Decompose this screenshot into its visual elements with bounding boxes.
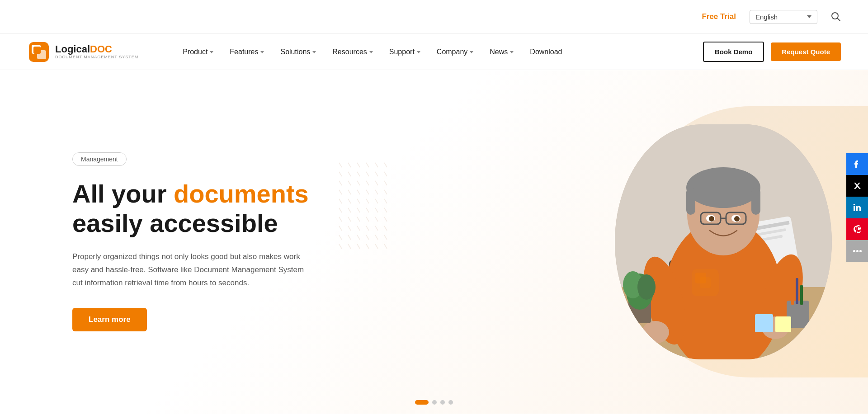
facebook-share-button[interactable] [846,153,868,175]
hero-headline-part1: All your [72,179,174,208]
svg-line-47 [384,217,387,222]
hero-section: // Will be inline SVG content [0,70,868,414]
svg-line-51 [366,226,369,231]
svg-rect-99 [796,278,798,304]
nav-solutions[interactable]: Solutions [272,34,324,70]
svg-line-45 [366,217,369,222]
logo-subtitle: DOCUMENT MANAGEMENT SYSTEM [55,55,138,59]
logo-doc: DOC [90,44,112,54]
twitter-share-button[interactable] [846,175,868,197]
svg-line-46 [375,217,378,222]
chevron-down-icon [807,15,811,18]
support-chevron-icon [417,51,420,53]
pinterest-share-button[interactable] [846,218,868,240]
logo-icon [27,40,51,64]
svg-point-88 [734,216,740,222]
slider-indicators [415,400,453,405]
svg-line-23 [384,181,387,185]
social-sidebar [846,153,868,262]
logo[interactable]: LogicalDOC DOCUMENT MANAGEMENT SYSTEM [27,40,138,64]
svg-rect-101 [755,314,773,332]
svg-point-91 [642,321,669,344]
top-bar: Free Trial English [0,0,868,34]
hero-headline: All your documents easily accessible [72,179,362,238]
slider-dot-3[interactable] [440,400,445,405]
svg-point-87 [709,216,714,222]
svg-rect-105 [700,277,711,288]
svg-line-33 [366,199,369,203]
navbar: LogicalDOC DOCUMENT MANAGEMENT SYSTEM Pr… [0,34,868,70]
dot-3 [859,250,862,252]
svg-line-53 [384,226,387,231]
svg-line-65 [384,244,387,249]
dot-1 [853,250,855,252]
slider-dot-4[interactable] [448,400,453,405]
search-button[interactable] [831,12,841,22]
book-demo-button[interactable]: Book Demo [703,42,764,62]
svg-line-63 [366,244,369,249]
svg-line-9 [366,163,369,167]
nav-news[interactable]: News [481,34,522,70]
news-chevron-icon [510,51,514,53]
svg-line-29 [384,190,387,194]
linkedin-icon [853,203,861,212]
svg-line-11 [384,163,387,167]
svg-rect-100 [800,285,803,305]
logo-logical: Logical [55,44,90,54]
facebook-icon [853,160,862,169]
svg-rect-98 [791,283,794,305]
hero-headline-accent: documents [174,179,309,208]
nav-product[interactable]: Product [175,34,222,70]
company-chevron-icon [470,51,473,53]
svg-line-16 [375,172,378,176]
svg-rect-81 [751,188,760,215]
svg-rect-80 [686,188,695,215]
svg-line-10 [375,163,378,167]
svg-point-79 [686,167,760,208]
pinterest-icon [853,225,861,233]
svg-rect-5 [33,47,41,54]
search-icon [831,12,841,22]
more-share-button[interactable] [846,240,868,262]
nav-features[interactable]: Features [222,34,272,70]
svg-line-21 [366,181,369,185]
svg-line-59 [384,235,387,240]
learn-more-button[interactable]: Learn more [72,308,147,331]
svg-line-58 [375,235,378,240]
svg-line-17 [384,172,387,176]
nav-resources[interactable]: Resources [324,34,381,70]
svg-point-107 [854,204,855,206]
linkedin-share-button[interactable] [846,197,868,218]
nav-company[interactable]: Company [429,34,481,70]
svg-line-15 [366,172,369,176]
svg-line-41 [384,208,387,212]
request-quote-button[interactable]: Request Quote [771,42,841,61]
nav-support[interactable]: Support [381,34,429,70]
solutions-chevron-icon [312,51,316,53]
hero-content: Management All your documents easily acc… [72,152,362,331]
svg-line-40 [375,208,378,212]
product-chevron-icon [210,51,213,53]
hero-description: Properly organized things not only looks… [72,250,307,290]
hero-headline-part2: easily accessible [72,209,278,237]
language-selector[interactable]: English [750,10,817,24]
slider-dot-2[interactable] [432,400,437,405]
slider-dot-1[interactable] [415,400,429,405]
nav-items: Product Features Solutions Resources Sup… [175,34,703,70]
svg-line-35 [384,199,387,203]
free-trial-link[interactable]: Free Trial [702,12,736,21]
svg-line-34 [375,199,378,203]
svg-line-52 [375,226,378,231]
twitter-x-icon [853,182,861,190]
svg-line-1 [838,19,840,21]
resources-chevron-icon [369,51,373,53]
hero-person-image [615,124,832,359]
svg-line-22 [375,181,378,185]
hero-tag: Management [72,152,127,166]
features-chevron-icon [260,51,264,53]
nav-download[interactable]: Download [522,34,570,70]
hero-image-area [552,70,868,414]
svg-line-28 [375,190,378,194]
dot-2 [856,250,859,252]
language-label: English [755,13,778,21]
